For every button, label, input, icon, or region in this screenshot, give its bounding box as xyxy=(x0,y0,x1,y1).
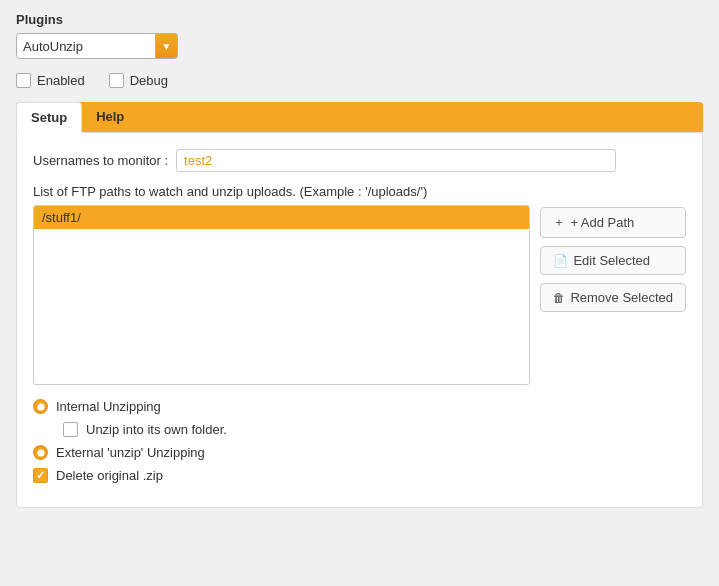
ftp-buttons: ＋ + Add Path 📄 Edit Selected 🗑 Remove Se… xyxy=(540,205,686,312)
remove-selected-label: Remove Selected xyxy=(570,290,673,305)
checkboxes-row: Enabled Debug xyxy=(16,73,703,88)
delete-original-checkbox[interactable] xyxy=(33,468,48,483)
external-unzip-radio[interactable] xyxy=(33,445,48,460)
plugin-select[interactable]: AutoUnzip xyxy=(16,33,156,59)
tab-content: Usernames to monitor : List of FTP paths… xyxy=(16,132,703,508)
internal-unzip-label: Internal Unzipping xyxy=(56,399,161,414)
page-container: Plugins AutoUnzip ▼ Enabled Debug Setup … xyxy=(0,0,719,520)
add-path-label: + Add Path xyxy=(570,215,634,230)
plugin-select-wrapper: AutoUnzip ▼ xyxy=(16,33,703,59)
edit-selected-button[interactable]: 📄 Edit Selected xyxy=(540,246,686,275)
edit-selected-label: Edit Selected xyxy=(573,253,650,268)
ftp-listbox[interactable]: /stuff1/ xyxy=(33,205,530,385)
plugin-select-container: AutoUnzip ▼ xyxy=(16,33,178,59)
internal-unzip-radio[interactable] xyxy=(33,399,48,414)
plugin-select-arrow-icon[interactable]: ▼ xyxy=(156,33,178,59)
external-unzip-label: External 'unzip' Unzipping xyxy=(56,445,205,460)
unzip-own-folder-label: Unzip into its own folder. xyxy=(86,422,227,437)
external-unzip-row: External 'unzip' Unzipping xyxy=(33,445,686,460)
tab-help[interactable]: Help xyxy=(82,102,138,132)
internal-unzip-row: Internal Unzipping xyxy=(33,399,686,414)
enabled-label: Enabled xyxy=(37,73,85,88)
debug-label: Debug xyxy=(130,73,168,88)
add-path-button[interactable]: ＋ + Add Path xyxy=(540,207,686,238)
ftp-list-container: /stuff1/ ＋ + Add Path 📄 Edit Selected 🗑 … xyxy=(33,205,686,385)
edit-icon: 📄 xyxy=(553,254,568,268)
list-item[interactable]: /stuff1/ xyxy=(34,206,529,229)
remove-selected-button[interactable]: 🗑 Remove Selected xyxy=(540,283,686,312)
delete-original-label: Delete original .zip xyxy=(56,468,163,483)
enabled-checkbox[interactable] xyxy=(16,73,31,88)
ftp-section-label: List of FTP paths to watch and unzip upl… xyxy=(33,184,686,199)
tabs-outer: Setup Help Usernames to monitor : List o… xyxy=(16,102,703,508)
options-section: Internal Unzipping Unzip into its own fo… xyxy=(33,399,686,483)
tabs-bar: Setup Help xyxy=(16,102,703,132)
delete-original-row: Delete original .zip xyxy=(33,468,686,483)
add-path-icon: ＋ xyxy=(553,214,565,231)
plugins-label: Plugins xyxy=(16,12,703,27)
debug-checkbox-item: Debug xyxy=(109,73,168,88)
username-field-row: Usernames to monitor : xyxy=(33,149,686,172)
unzip-own-folder-row: Unzip into its own folder. xyxy=(33,422,686,437)
remove-icon: 🗑 xyxy=(553,291,565,305)
tab-setup[interactable]: Setup xyxy=(16,102,82,133)
enabled-checkbox-item: Enabled xyxy=(16,73,85,88)
debug-checkbox[interactable] xyxy=(109,73,124,88)
username-input[interactable] xyxy=(176,149,616,172)
unzip-own-folder-checkbox[interactable] xyxy=(63,422,78,437)
username-label: Usernames to monitor : xyxy=(33,153,168,168)
